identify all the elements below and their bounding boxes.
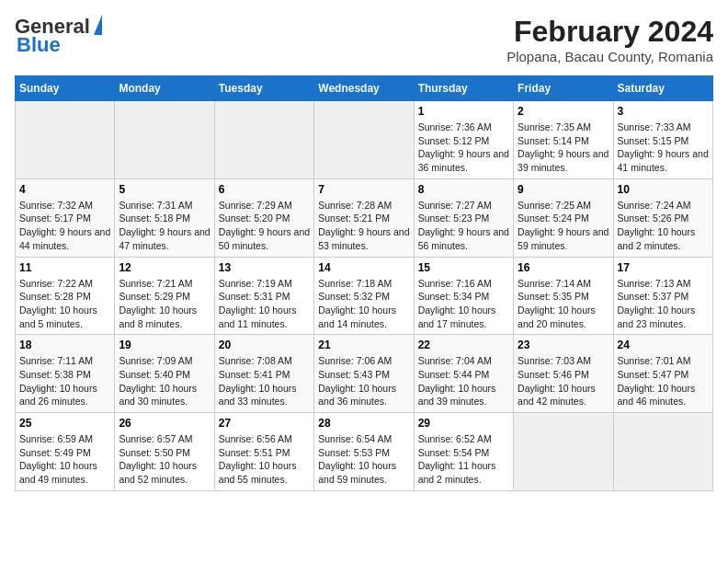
calendar-cell: 21Sunrise: 7:06 AMSunset: 5:43 PMDayligh… [314,335,414,413]
day-info: Sunrise: 7:21 AMSunset: 5:29 PMDaylight:… [119,277,210,331]
calendar-cell: 12Sunrise: 7:21 AMSunset: 5:29 PMDayligh… [115,257,214,335]
day-info: Sunrise: 7:06 AMSunset: 5:43 PMDaylight:… [318,354,409,408]
day-number: 20 [219,339,310,351]
calendar-cell: 14Sunrise: 7:18 AMSunset: 5:32 PMDayligh… [314,257,414,335]
calendar-table: SundayMondayTuesdayWednesdayThursdayFrid… [15,75,713,491]
calendar-cell: 25Sunrise: 6:59 AMSunset: 5:49 PMDayligh… [16,413,115,491]
logo: General Blue [15,15,102,57]
calendar-cell: 19Sunrise: 7:09 AMSunset: 5:40 PMDayligh… [115,335,214,413]
day-info: Sunrise: 6:59 AMSunset: 5:49 PMDaylight:… [19,432,110,487]
day-number: 29 [418,417,509,430]
calendar-cell [514,413,613,491]
day-info: Sunrise: 7:22 AMSunset: 5:28 PMDaylight:… [19,277,110,331]
calendar-week-1: 1Sunrise: 7:36 AMSunset: 5:12 PMDaylight… [16,101,713,179]
day-number: 12 [119,261,210,274]
logo-blue: Blue [17,33,61,57]
day-number: 15 [418,261,509,274]
day-info: Sunrise: 7:28 AMSunset: 5:21 PMDaylight:… [318,199,409,253]
day-info: Sunrise: 7:32 AMSunset: 5:17 PMDaylight:… [19,199,110,253]
calendar-cell: 9Sunrise: 7:25 AMSunset: 5:24 PMDaylight… [514,178,613,257]
calendar-cell: 2Sunrise: 7:35 AMSunset: 5:14 PMDaylight… [514,101,613,179]
day-number: 19 [119,339,210,351]
calendar-cell [214,101,313,179]
day-info: Sunrise: 7:08 AMSunset: 5:41 PMDaylight:… [219,354,310,408]
calendar-week-5: 25Sunrise: 6:59 AMSunset: 5:49 PMDayligh… [16,413,713,491]
weekday-row: SundayMondayTuesdayWednesdayThursdayFrid… [16,76,713,101]
day-number: 6 [219,183,310,196]
weekday-header-tuesday: Tuesday [214,76,313,101]
day-info: Sunrise: 7:04 AMSunset: 5:44 PMDaylight:… [418,354,509,408]
day-number: 9 [518,183,609,196]
calendar-cell: 1Sunrise: 7:36 AMSunset: 5:12 PMDaylight… [414,101,513,179]
day-info: Sunrise: 7:18 AMSunset: 5:32 PMDaylight:… [318,277,409,331]
day-info: Sunrise: 7:24 AMSunset: 5:26 PMDaylight:… [618,199,709,253]
calendar-cell: 8Sunrise: 7:27 AMSunset: 5:23 PMDaylight… [414,178,513,257]
day-number: 18 [19,339,110,351]
calendar-cell [613,413,712,491]
calendar-header: SundayMondayTuesdayWednesdayThursdayFrid… [16,76,713,101]
calendar-cell: 11Sunrise: 7:22 AMSunset: 5:28 PMDayligh… [16,257,115,335]
day-number: 1 [418,105,509,118]
day-info: Sunrise: 6:57 AMSunset: 5:50 PMDaylight:… [119,432,210,487]
calendar-cell: 13Sunrise: 7:19 AMSunset: 5:31 PMDayligh… [214,257,313,335]
day-number: 23 [518,339,609,351]
day-info: Sunrise: 7:31 AMSunset: 5:18 PMDaylight:… [119,199,210,253]
day-number: 11 [19,261,110,274]
day-info: Sunrise: 7:16 AMSunset: 5:34 PMDaylight:… [418,277,509,331]
weekday-header-friday: Friday [514,76,613,101]
calendar-cell: 26Sunrise: 6:57 AMSunset: 5:50 PMDayligh… [115,413,214,491]
day-number: 5 [119,183,210,196]
day-info: Sunrise: 7:09 AMSunset: 5:40 PMDaylight:… [119,354,210,408]
calendar-cell: 3Sunrise: 7:33 AMSunset: 5:15 PMDaylight… [613,101,712,179]
calendar-cell: 22Sunrise: 7:04 AMSunset: 5:44 PMDayligh… [414,335,513,413]
calendar-cell [115,101,214,179]
calendar-cell: 20Sunrise: 7:08 AMSunset: 5:41 PMDayligh… [214,335,313,413]
calendar-cell: 23Sunrise: 7:03 AMSunset: 5:46 PMDayligh… [514,335,613,413]
day-number: 7 [318,183,409,196]
calendar-cell [16,101,115,179]
weekday-header-sunday: Sunday [16,76,115,101]
day-info: Sunrise: 6:54 AMSunset: 5:53 PMDaylight:… [318,432,409,487]
calendar-cell: 28Sunrise: 6:54 AMSunset: 5:53 PMDayligh… [314,413,414,491]
day-number: 21 [318,339,409,351]
calendar-week-4: 18Sunrise: 7:11 AMSunset: 5:38 PMDayligh… [16,335,713,413]
page-header: General Blue February 2024 Plopana, Baca… [15,15,713,64]
day-number: 3 [618,105,709,118]
day-info: Sunrise: 7:29 AMSunset: 5:20 PMDaylight:… [219,199,310,253]
weekday-header-saturday: Saturday [613,76,712,101]
day-info: Sunrise: 7:13 AMSunset: 5:37 PMDaylight:… [618,277,709,331]
day-number: 17 [618,261,709,274]
page-title: February 2024 [506,15,713,49]
day-number: 25 [19,417,110,430]
day-number: 27 [219,417,310,430]
calendar-body: 1Sunrise: 7:36 AMSunset: 5:12 PMDaylight… [16,101,713,491]
calendar-cell: 17Sunrise: 7:13 AMSunset: 5:37 PMDayligh… [613,257,712,335]
calendar-cell: 15Sunrise: 7:16 AMSunset: 5:34 PMDayligh… [414,257,513,335]
day-number: 2 [518,105,609,118]
calendar-cell: 5Sunrise: 7:31 AMSunset: 5:18 PMDaylight… [115,178,214,257]
calendar-cell: 18Sunrise: 7:11 AMSunset: 5:38 PMDayligh… [16,335,115,413]
calendar-cell: 6Sunrise: 7:29 AMSunset: 5:20 PMDaylight… [214,178,313,257]
calendar-week-2: 4Sunrise: 7:32 AMSunset: 5:17 PMDaylight… [16,178,713,257]
day-info: Sunrise: 7:11 AMSunset: 5:38 PMDaylight:… [19,354,110,408]
day-info: Sunrise: 6:56 AMSunset: 5:51 PMDaylight:… [219,432,310,487]
calendar-cell: 4Sunrise: 7:32 AMSunset: 5:17 PMDaylight… [16,178,115,257]
day-number: 13 [219,261,310,274]
day-number: 14 [318,261,409,274]
day-number: 26 [119,417,210,430]
weekday-header-thursday: Thursday [414,76,513,101]
title-block: February 2024 Plopana, Bacau County, Rom… [506,15,713,64]
weekday-header-wednesday: Wednesday [314,76,414,101]
day-info: Sunrise: 7:14 AMSunset: 5:35 PMDaylight:… [518,277,609,331]
logo-arrow-icon [94,15,102,35]
page-subtitle: Plopana, Bacau County, Romania [506,49,713,64]
day-number: 28 [318,417,409,430]
day-number: 10 [618,183,709,196]
day-info: Sunrise: 7:19 AMSunset: 5:31 PMDaylight:… [219,277,310,331]
day-number: 4 [19,183,110,196]
calendar-cell: 10Sunrise: 7:24 AMSunset: 5:26 PMDayligh… [613,178,712,257]
day-info: Sunrise: 7:25 AMSunset: 5:24 PMDaylight:… [518,199,609,253]
calendar-cell: 24Sunrise: 7:01 AMSunset: 5:47 PMDayligh… [613,335,712,413]
day-number: 24 [618,339,709,351]
day-info: Sunrise: 6:52 AMSunset: 5:54 PMDaylight:… [418,432,509,487]
